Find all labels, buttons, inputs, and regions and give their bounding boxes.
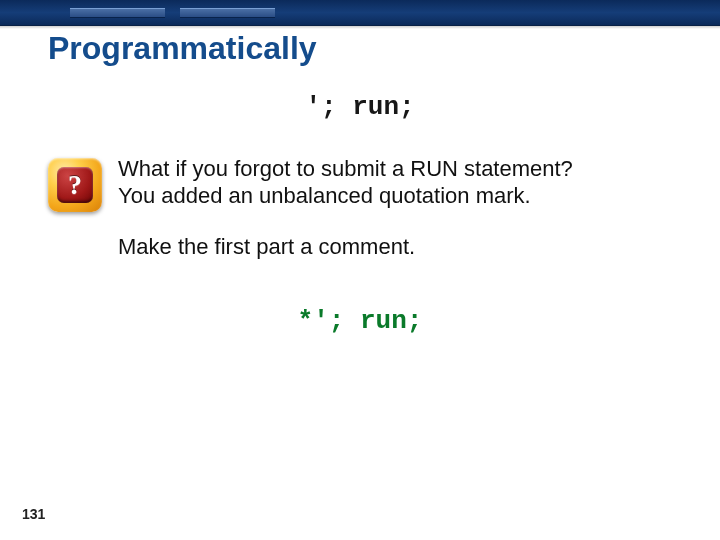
header-accent xyxy=(70,8,165,18)
page-number: 131 xyxy=(22,506,45,522)
paragraph-1-line-2: You added an unbalanced quotation mark. xyxy=(118,183,660,210)
slide: Programmatically '; run; ? What if you f… xyxy=(0,0,720,540)
question-icon-glyph: ? xyxy=(57,167,93,203)
code-snippet-2: *'; run; xyxy=(0,306,720,336)
code-snippet-1: '; run; xyxy=(0,92,720,122)
question-icon: ? xyxy=(48,158,102,212)
header-accent xyxy=(180,8,275,18)
body-text: What if you forgot to submit a RUN state… xyxy=(118,156,660,260)
paragraph-2: Make the first part a comment. xyxy=(118,234,660,261)
slide-title: Programmatically xyxy=(48,30,317,67)
header-bar xyxy=(0,0,720,26)
paragraph-1-line-1: What if you forgot to submit a RUN state… xyxy=(118,156,660,183)
